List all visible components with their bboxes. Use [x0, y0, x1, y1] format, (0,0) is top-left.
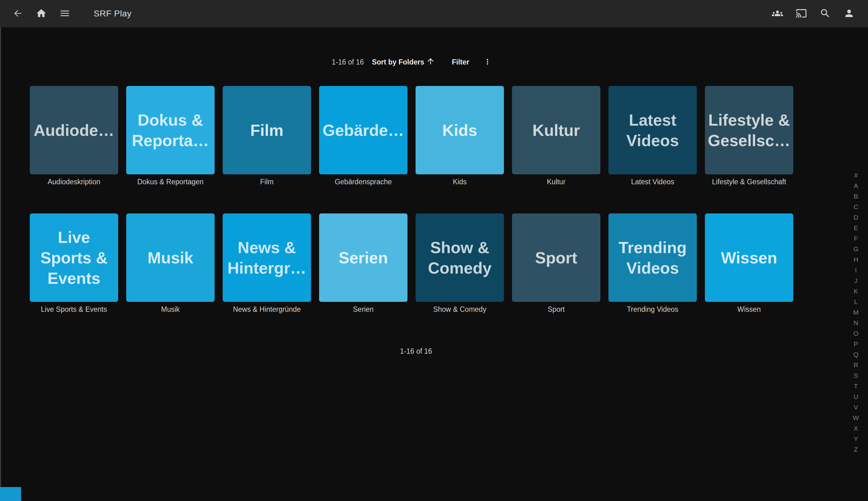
alpha-letter-B[interactable]: B	[848, 191, 864, 202]
filter-button[interactable]: Filter	[452, 58, 469, 66]
folder-tile-title: Trending Videos	[619, 237, 687, 278]
search-button[interactable]	[819, 8, 831, 20]
person-icon	[844, 8, 855, 20]
alpha-letter-K[interactable]: K	[848, 286, 864, 297]
folder-card-3[interactable]: Film Film	[223, 86, 311, 187]
folder-tile: Wissen	[705, 213, 793, 302]
folder-card-8[interactable]: Lifestyle & Gesellsc… Lifestyle & Gesell…	[705, 86, 793, 187]
user-button[interactable]	[843, 8, 855, 20]
alpha-letter-V[interactable]: V	[848, 402, 864, 413]
folder-tile-title: News & Hintergr…	[227, 237, 306, 278]
folder-label: Film	[223, 178, 311, 187]
folder-card-11[interactable]: News & Hintergr… News & Hintergründe	[223, 213, 311, 314]
alpha-letter-S[interactable]: S	[848, 370, 864, 381]
folder-card-5[interactable]: Kids Kids	[415, 86, 504, 187]
menu-button[interactable]	[59, 8, 71, 20]
app-bar: SRF Play	[0, 0, 868, 27]
folder-card-16[interactable]: Wissen Wissen	[705, 213, 793, 314]
alpha-picker: #ABCDEFGHIJKLMNOPQRSTUVWXYZ	[848, 170, 864, 455]
page-title: SRF Play	[94, 9, 131, 19]
folder-tile: Dokus & Reporta…	[126, 86, 215, 174]
alpha-letter-T[interactable]: T	[848, 381, 864, 392]
folder-tile-title: Wissen	[721, 247, 778, 268]
folder-label: Sport	[512, 305, 600, 314]
folder-tile-title: Serien	[339, 247, 388, 268]
alpha-letter-W[interactable]: W	[848, 413, 864, 423]
folder-card-13[interactable]: Show & Comedy Show & Comedy	[415, 213, 504, 314]
alpha-letter-N[interactable]: N	[848, 318, 864, 328]
alpha-letter-I[interactable]: I	[848, 265, 864, 276]
alpha-letter-M[interactable]: M	[848, 307, 864, 318]
folder-label: Serien	[319, 305, 408, 314]
more-menu-button[interactable]	[482, 57, 493, 67]
folder-label: Show & Comedy	[415, 305, 504, 314]
alpha-letter-G[interactable]: G	[848, 244, 864, 254]
folder-card-12[interactable]: Serien Serien	[319, 213, 408, 314]
folder-tile-title: Kids	[442, 120, 477, 140]
alpha-letter-P[interactable]: P	[848, 339, 864, 349]
hamburger-menu-icon	[59, 8, 70, 20]
folder-tile-title: Audiode…	[34, 120, 115, 140]
folder-tile-title: Lifestyle & Gesellsc…	[708, 110, 791, 151]
app-bar-right-group	[772, 8, 855, 20]
folder-label: Wissen	[705, 305, 793, 314]
folder-card-14[interactable]: Sport Sport	[512, 213, 600, 314]
alpha-letter-E[interactable]: E	[848, 223, 864, 233]
folder-tile: Serien	[319, 213, 408, 302]
folder-label: News & Hintergründe	[223, 305, 311, 314]
alpha-letter-Y[interactable]: Y	[848, 434, 864, 444]
alpha-letter-F[interactable]: F	[848, 233, 864, 244]
folder-tile: Sport	[512, 213, 600, 302]
folder-label: Dokus & Reportagen	[126, 178, 215, 187]
folder-tile: News & Hintergr…	[223, 213, 311, 302]
folder-label: Lifestyle & Gesellschaft	[705, 178, 793, 187]
folder-tile: Kids	[415, 86, 504, 174]
folder-tile-title: Show & Comedy	[428, 237, 491, 278]
alpha-letter-J[interactable]: J	[848, 276, 864, 286]
alpha-letter-Z[interactable]: Z	[848, 444, 864, 455]
alpha-letter-U[interactable]: U	[848, 392, 864, 402]
sort-toolbar: 1-16 of 16 Sort by Folders Filter	[0, 57, 846, 67]
folder-label: Audiodeskription	[30, 178, 118, 187]
folder-tile: Lifestyle & Gesellsc…	[705, 86, 793, 174]
folder-card-7[interactable]: Latest Videos Latest Videos	[608, 86, 697, 187]
alpha-letter-H[interactable]: H	[848, 254, 864, 265]
alpha-letter-A[interactable]: A	[848, 181, 864, 191]
syncplay-button[interactable]	[772, 8, 783, 20]
folder-tile-title: Dokus & Reporta…	[132, 110, 209, 151]
folder-card-15[interactable]: Trending Videos Trending Videos	[608, 213, 697, 314]
folder-card-9[interactable]: Live Sports & Events Live Sports & Event…	[30, 213, 118, 314]
folder-card-1[interactable]: Audiode… Audiodeskription	[30, 86, 118, 187]
sort-button-label: Sort by Folders	[372, 58, 424, 66]
alpha-letter-D[interactable]: D	[848, 212, 864, 223]
bottom-left-blue-fragment	[0, 487, 21, 501]
footer-item-count: 1-16 of 16	[0, 347, 850, 355]
alpha-letter-R[interactable]: R	[848, 360, 864, 370]
alpha-letter-C[interactable]: C	[848, 202, 864, 212]
folder-card-4[interactable]: Gebärde… Gebärdensprache	[319, 86, 408, 187]
folder-tile-title: Film	[250, 120, 283, 140]
home-button[interactable]	[35, 8, 47, 20]
folder-tile-title: Musik	[148, 247, 193, 268]
cast-button[interactable]	[795, 8, 807, 20]
left-scrollbar-track	[0, 27, 1, 501]
arrow-up-icon	[424, 57, 435, 68]
alpha-letter-#[interactable]: #	[848, 170, 864, 181]
sort-button[interactable]: Sort by Folders	[372, 57, 435, 68]
alpha-letter-Q[interactable]: Q	[848, 349, 864, 360]
alpha-letter-L[interactable]: L	[848, 297, 864, 307]
alpha-letter-X[interactable]: X	[848, 423, 864, 434]
arrow-back-icon	[12, 8, 23, 20]
back-button[interactable]	[12, 8, 24, 20]
alpha-letter-O[interactable]: O	[848, 328, 864, 339]
library-page: 1-16 of 16 Sort by Folders Filter Audiod…	[0, 57, 868, 355]
folder-card-10[interactable]: Musik Musik	[126, 213, 215, 314]
folder-tile-title: Latest Videos	[627, 110, 679, 151]
cast-icon	[796, 8, 807, 20]
folder-tile: Musik	[126, 213, 215, 302]
folder-label: Trending Videos	[608, 305, 697, 314]
folder-card-6[interactable]: Kultur Kultur	[512, 86, 600, 187]
folder-card-2[interactable]: Dokus & Reporta… Dokus & Reportagen	[126, 86, 215, 187]
folder-tile: Live Sports & Events	[30, 213, 118, 302]
folder-tile: Kultur	[512, 86, 600, 174]
